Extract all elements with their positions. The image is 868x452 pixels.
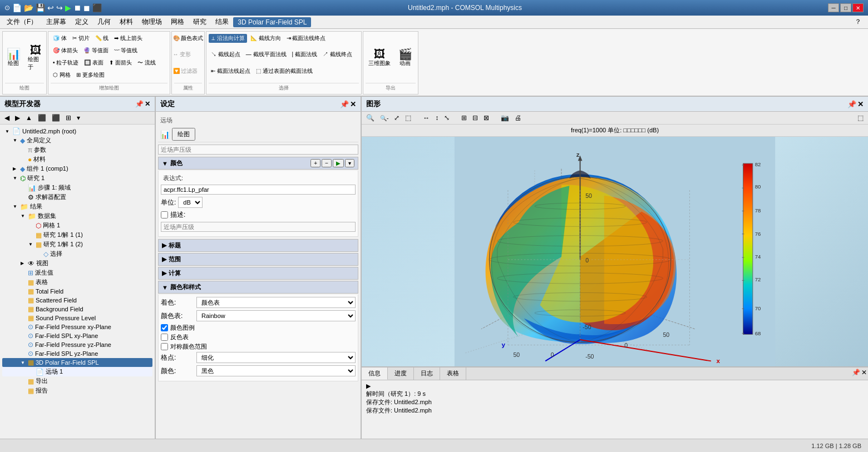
ribbon-btn-cut-end[interactable]: ↗ 截线终点	[320, 50, 354, 59]
menu-materials[interactable]: 材料	[115, 16, 137, 28]
symmetric-checkbox[interactable]	[161, 343, 168, 350]
color-style-section-header[interactable]: ▼ 颜色和样式	[158, 281, 358, 294]
zoom-fit-btn[interactable]: ⤢	[392, 113, 402, 123]
ribbon-btn-cut-face-line[interactable]: | 截面法线	[290, 50, 319, 59]
ribbon-btn-deform[interactable]: ↔ 变形	[171, 50, 194, 59]
ribbon-btn-cut-start[interactable]: ↘ 截线起点	[209, 50, 243, 59]
print-btn[interactable]: 🖨	[512, 113, 524, 123]
ribbon-btn-face-arrow[interactable]: ⬆ 面箭头	[107, 58, 134, 67]
color-add-btn[interactable]: +	[310, 159, 320, 167]
tree-grid-btn[interactable]: ⊞	[63, 113, 73, 123]
ribbon-btn-cut-face-end[interactable]: ⇥ 截面法线终点	[284, 34, 328, 43]
ribbon-btn-arrow-line[interactable]: ➡ 线上箭头	[112, 34, 145, 43]
toolbar-icon-open[interactable]: 📂	[24, 3, 33, 12]
tree-pin-icon[interactable]: 📌	[135, 100, 144, 108]
description-checkbox[interactable]	[161, 211, 168, 218]
ribbon-btn-streamline[interactable]: 〜 流线	[135, 58, 158, 67]
ribbon-btn-through-surface[interactable]: ⬚ 通过表面的截面法线	[254, 67, 315, 76]
grid-toggle-btn[interactable]: ⊞	[459, 113, 469, 123]
menu-help[interactable]: ？	[850, 16, 866, 28]
info-pin-icon[interactable]: 📌	[852, 369, 860, 379]
range-section-header[interactable]: ▶ 范围	[158, 253, 358, 266]
ribbon-btn-normal-compute[interactable]: ⊥ 沿法向计算	[209, 34, 247, 43]
color-dropdown-btn[interactable]: ▾	[345, 159, 354, 167]
tree-up-btn[interactable]: ▲	[23, 113, 34, 123]
tree-back-btn[interactable]: ◀	[2, 113, 12, 123]
expression-input[interactable]	[161, 185, 356, 195]
menu-results[interactable]: 结果	[211, 16, 233, 28]
grid-select[interactable]: 细化 粗糙 标准	[196, 352, 356, 363]
tree-item-mesh1[interactable]: ⬡ 网格 1	[2, 221, 152, 230]
ribbon-btn-volume[interactable]: 🧊 体	[51, 34, 69, 43]
tree-item-study-sol2[interactable]: ▼ ▦ 研究 1/解 1 (2)	[2, 240, 152, 249]
color-green-btn[interactable]: ▶	[333, 159, 344, 167]
ribbon-btn-mesh-plot[interactable]: ⬡ 网格	[51, 71, 73, 80]
tree-item-farfield1[interactable]: 📄 远场 1	[2, 367, 152, 376]
menu-define[interactable]: 定义	[71, 16, 93, 28]
ribbon-btn-color-table[interactable]: 🎨 颜色表式	[171, 34, 206, 43]
color-del-btn[interactable]: −	[322, 159, 332, 167]
tree-item-study-sol1[interactable]: ▦ 研究 1/解 1 (1)	[2, 230, 152, 240]
legend-toggle-btn[interactable]: ⊠	[481, 113, 491, 123]
ribbon-btn-contour[interactable]: 〰 等值线	[112, 46, 140, 55]
maximize-button[interactable]: □	[840, 3, 851, 12]
tree-item-ff-spl-xy[interactable]: ⊙ Far-Field SPL xy-Plane	[2, 331, 152, 340]
graph-canvas[interactable]: 50 0 -50 z 50 0 -50 x 50 0 y	[362, 137, 868, 366]
tree-item-results[interactable]: ▼ 📁 结果	[2, 202, 152, 211]
tree-item-datasets[interactable]: ▼ 📁 数据集	[2, 211, 152, 221]
ribbon-btn-more[interactable]: ⊞ 更多绘图	[74, 71, 107, 80]
tree-item-ff-press-yz[interactable]: ⊙ Far-Field Pressure yz-Plane	[2, 340, 152, 349]
tree-item-views[interactable]: ▶ 👁 视图	[2, 259, 152, 268]
tree-item-polar3d[interactable]: ▼ ▦ 3D Polar Far-Field SPL	[2, 358, 152, 367]
toolbar-icon-misc2[interactable]: ⬛	[92, 3, 102, 12]
tree-item-tables[interactable]: ▦ 表格	[2, 277, 152, 287]
tree-item-derived[interactable]: ⊞ 派生值	[2, 268, 152, 277]
toolbar-icon-run[interactable]: ▶	[65, 3, 71, 12]
ribbon-btn-cut-plane-line[interactable]: — 截线平面法线	[244, 50, 289, 59]
coloring-select[interactable]: 颜色表	[196, 297, 356, 308]
tree-item-params[interactable]: π 参数	[2, 145, 152, 155]
tree-item-root[interactable]: ▼ 📄 Untitled2.mph (root)	[2, 127, 152, 136]
compute-section-header[interactable]: ▶ 计算	[158, 267, 358, 280]
toolbar-icon-redo[interactable]: ↪	[56, 3, 63, 12]
zoom-out-btn[interactable]: 🔍-	[378, 114, 391, 122]
tree-item-scattered-field[interactable]: ▦ Scattered Field	[2, 296, 152, 305]
minimize-button[interactable]: ─	[828, 3, 839, 12]
ribbon-btn-slice[interactable]: ✂ 切片	[70, 34, 92, 43]
ribbon-btn-3d-image[interactable]: 🖼 三维图象	[366, 47, 393, 68]
settings-field-input[interactable]	[158, 145, 358, 155]
settings-close-icon[interactable]: ✕	[350, 100, 356, 108]
menu-study[interactable]: 研究	[189, 16, 211, 28]
tree-item-ff-press-xy[interactable]: ⊙ Far-Field Pressure xy-Plane	[2, 322, 152, 331]
tree-item-ff-spl-yz[interactable]: ⊙ Far-Field SPL yz-Plane	[2, 349, 152, 358]
tree-item-selection[interactable]: ◇ 选择	[2, 249, 152, 259]
title-section-header[interactable]: ▶ 标题	[158, 239, 358, 252]
toolbar-icon-save[interactable]: 💾	[36, 3, 45, 12]
close-button[interactable]: ✕	[852, 3, 864, 12]
tree-split-h-btn[interactable]: ⬛	[36, 113, 48, 123]
tree-forward-btn[interactable]: ▶	[13, 113, 22, 123]
settings-pin-icon[interactable]: 📌	[340, 100, 349, 108]
legend-checkbox[interactable]	[161, 324, 168, 331]
ribbon-btn-surface[interactable]: 🔲 表面	[82, 58, 106, 67]
toolbar-icon-misc1[interactable]: ◼	[83, 3, 90, 12]
info-tab-info[interactable]: 信息	[362, 367, 388, 380]
info-tab-table[interactable]: 表格	[440, 367, 466, 380]
graph-close-icon[interactable]: ✕	[857, 100, 864, 108]
tree-item-global[interactable]: ▼ ◆ 全局定义	[2, 136, 152, 145]
tree-close-icon[interactable]: ✕	[145, 100, 150, 108]
tree-split-v-btn[interactable]: ⬛	[50, 113, 62, 123]
toolbar-icon-undo[interactable]: ↩	[47, 3, 54, 12]
description-input[interactable]	[161, 222, 356, 232]
tree-item-export[interactable]: ▦ 导出	[2, 376, 152, 386]
ribbon-btn-cut-dir[interactable]: 📐 截线方向	[248, 34, 283, 43]
graph-maximize-icon[interactable]: ⬚	[855, 113, 866, 123]
ribbon-btn-line[interactable]: 📏 线	[93, 34, 111, 43]
linecolor-select[interactable]: 黑色 白色 灰色	[196, 365, 356, 376]
menu-geometry[interactable]: 几何	[93, 16, 115, 28]
menu-home[interactable]: 主屏幕	[42, 16, 71, 28]
axes-toggle-btn[interactable]: ⊟	[470, 113, 480, 123]
menu-3d-polar[interactable]: 3D Polar Far-Field SPL	[233, 17, 311, 27]
tree-item-step1[interactable]: 📊 步骤 1: 频域	[2, 183, 152, 192]
menu-mesh[interactable]: 网格	[166, 16, 189, 28]
